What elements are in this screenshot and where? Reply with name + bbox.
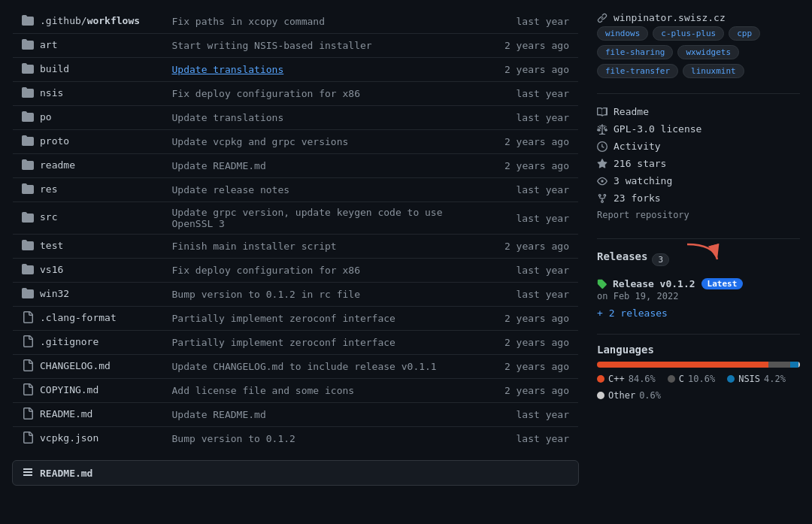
commit-message: Partially implement zeroconf interface xyxy=(163,307,495,331)
table-row: artStart writing NSIS-based installer2 y… xyxy=(13,34,579,58)
lang-item: NSIS 4.2% xyxy=(727,374,786,384)
divider-1 xyxy=(597,93,800,94)
file-name-link[interactable]: win32 xyxy=(40,288,69,299)
readme-bar-label: README.md xyxy=(40,468,92,479)
topic-tag[interactable]: windows xyxy=(597,26,648,41)
file-name-link[interactable]: .clang-format xyxy=(40,312,117,323)
file-name-link[interactable]: COPYING.md xyxy=(40,384,98,395)
file-name-link[interactable]: res xyxy=(40,183,57,195)
lang-dot xyxy=(668,375,675,383)
folder-icon xyxy=(22,239,34,251)
topic-tag[interactable]: file-sharing xyxy=(597,45,673,59)
file-name-link[interactable]: nsis xyxy=(40,87,63,98)
commit-time: last year xyxy=(495,106,579,130)
commit-time: last year xyxy=(495,10,579,34)
topic-tag[interactable]: file-transfer xyxy=(597,64,678,78)
table-row: .clang-formatPartially implement zerocon… xyxy=(13,307,579,331)
table-row: CHANGELOG.mdUpdate CHANGELOG.md to inclu… xyxy=(13,355,579,379)
stars-count: 216 xyxy=(614,158,631,169)
commit-time: 2 years ago xyxy=(495,379,579,403)
commit-time: last year xyxy=(495,259,579,283)
lang-bar-segment xyxy=(597,362,768,368)
file-name-link[interactable]: .gitignore xyxy=(40,336,98,347)
file-name-link[interactable]: test xyxy=(40,240,63,251)
topic-tag[interactable]: cpp xyxy=(729,26,760,41)
main-content: .github/workflowsFix paths in xcopy comm… xyxy=(12,9,579,486)
lang-bar-segment xyxy=(790,362,798,368)
activity-link[interactable]: Activity xyxy=(614,141,661,152)
list-icon xyxy=(22,467,34,479)
readme-item: Readme xyxy=(597,103,800,120)
license-link[interactable]: GPL-3.0 license xyxy=(614,123,701,135)
scale-icon xyxy=(597,124,607,135)
file-icon xyxy=(22,383,34,395)
languages-title: Languages xyxy=(597,344,800,356)
file-name-link[interactable]: src xyxy=(40,211,57,223)
topic-tag[interactable]: wxwidgets xyxy=(677,45,739,59)
lang-item: Other 0.6% xyxy=(597,390,661,401)
divider-3 xyxy=(597,334,800,335)
releases-section: Releases 3 Release v0.1 xyxy=(597,248,800,319)
commit-time: 2 years ago xyxy=(495,154,579,178)
stars-link[interactable]: 216 stars xyxy=(614,158,666,169)
table-row: readmeUpdate README.md2 years ago xyxy=(13,154,579,178)
folder-icon xyxy=(22,183,34,195)
link-icon xyxy=(597,13,607,23)
file-name-link[interactable]: proto xyxy=(40,135,69,147)
lang-name[interactable]: NSIS xyxy=(738,374,760,384)
divider-2 xyxy=(597,238,800,239)
website-link[interactable]: winpinator.swisz.cz xyxy=(614,12,726,23)
table-row: testFinish main installer script2 years … xyxy=(13,235,579,259)
table-row: README.mdUpdate README.mdlast year xyxy=(13,403,579,427)
folder-icon xyxy=(22,287,34,299)
forks-link[interactable]: 23 forks xyxy=(614,192,661,204)
arrow-annotation xyxy=(680,241,725,271)
commit-time: last year xyxy=(495,82,579,106)
stars-label: stars xyxy=(637,158,666,169)
file-name-link[interactable]: vcpkg.json xyxy=(40,432,98,444)
topic-tag[interactable]: linuxmint xyxy=(683,64,744,78)
lang-name[interactable]: C++ xyxy=(608,374,625,384)
commit-message: Start writing NSIS-based installer xyxy=(163,34,495,58)
table-row: vcpkg.jsonBump version to 0.1.2last year xyxy=(13,427,579,451)
releases-count-badge: 3 xyxy=(652,253,669,266)
lang-pct: 4.2% xyxy=(764,374,786,384)
release-name-row: Release v0.1.2 Latest xyxy=(597,278,800,289)
commit-time: 2 years ago xyxy=(495,130,579,154)
file-name-link[interactable]: README.md xyxy=(40,408,92,420)
commit-message-link[interactable]: Update translations xyxy=(172,64,284,75)
commit-message: Fix deploy configuration for x86 xyxy=(163,259,495,283)
folder-icon xyxy=(22,14,34,26)
more-releases-link[interactable]: + 2 releases xyxy=(597,307,800,319)
file-name-link[interactable]: readme xyxy=(40,159,75,171)
commit-time: last year xyxy=(495,178,579,202)
report-link[interactable]: Report repository xyxy=(597,210,689,220)
file-name-link[interactable]: po xyxy=(40,111,52,123)
folder-icon xyxy=(22,111,34,123)
file-name-link[interactable]: vs16 xyxy=(40,264,63,275)
topic-tag[interactable]: c-plus-plus xyxy=(653,26,724,41)
commit-message: Fix deploy configuration for x86 xyxy=(163,82,495,106)
releases-header: Releases 3 xyxy=(597,248,800,271)
commit-message: Update grpc version, update keygen code … xyxy=(163,202,495,235)
readme-link[interactable]: Readme xyxy=(614,106,649,117)
file-name-link[interactable]: build xyxy=(40,63,69,74)
file-name-link[interactable]: art xyxy=(40,39,57,50)
website-section: winpinator.swisz.cz windowsc-plus-pluscp… xyxy=(597,9,800,78)
eye-icon xyxy=(597,176,607,186)
file-icon xyxy=(22,311,34,323)
folder-icon xyxy=(22,86,34,98)
file-icon xyxy=(22,407,34,420)
release-item: Release v0.1.2 Latest on Feb 19, 2022 xyxy=(597,278,800,301)
activity-icon xyxy=(597,141,607,152)
release-name-link[interactable]: Release v0.1.2 xyxy=(613,278,695,289)
lang-name[interactable]: Other xyxy=(608,390,635,401)
watching-link[interactable]: 3 watching xyxy=(614,175,672,186)
lang-name[interactable]: C xyxy=(679,374,684,384)
file-name-link[interactable]: CHANGELOG.md xyxy=(40,360,111,371)
commit-time: last year xyxy=(495,403,579,427)
fork-icon xyxy=(597,193,607,204)
file-icon xyxy=(22,335,34,347)
file-name-link[interactable]: .github/workflows xyxy=(40,15,140,26)
folder-icon xyxy=(22,62,34,74)
